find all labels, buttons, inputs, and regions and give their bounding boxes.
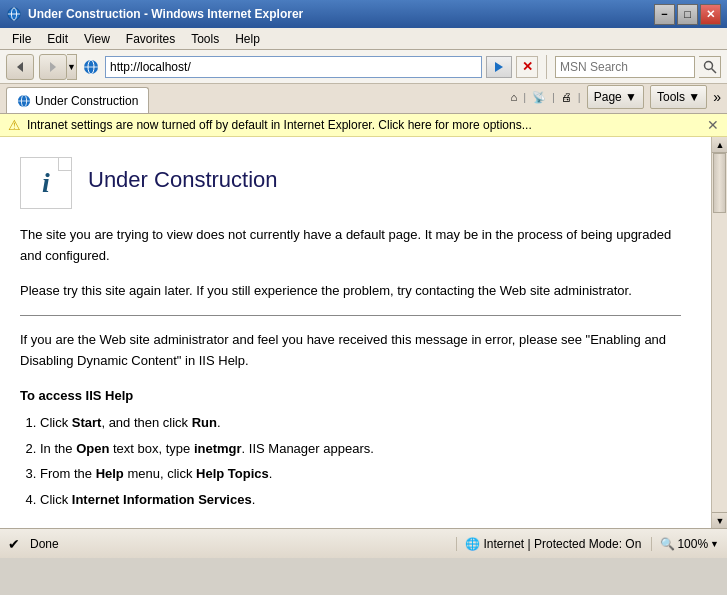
list-item: In the Open text box, type inetmgr. IIS … (40, 439, 681, 459)
zone-text: Internet | Protected Mode: On (484, 537, 642, 551)
window-controls[interactable]: − □ ✕ (654, 4, 721, 25)
search-button[interactable] (699, 56, 721, 78)
info-bar-close[interactable]: ✕ (707, 117, 719, 133)
menu-tools[interactable]: Tools (183, 30, 227, 48)
svg-point-9 (704, 61, 712, 69)
tools-menu-button[interactable]: Tools ▼ (650, 85, 707, 109)
scroll-track[interactable] (712, 153, 727, 512)
menu-view[interactable]: View (76, 30, 118, 48)
start-bold: Start (72, 415, 102, 430)
tab-under-construction[interactable]: Under Construction (6, 87, 149, 113)
paragraph-2: Please try this site again later. If you… (20, 281, 681, 302)
ie-address-icon (81, 54, 101, 80)
info-bar-icon: ⚠ (8, 117, 21, 133)
menu-file[interactable]: File (4, 30, 39, 48)
scroll-up-arrow[interactable]: ▲ (712, 137, 727, 153)
feeds-icon[interactable]: 📡 (532, 91, 546, 104)
svg-marker-4 (50, 62, 56, 72)
zoom-control[interactable]: 🔍 100% ▼ (651, 537, 719, 551)
maximize-button[interactable]: □ (677, 4, 698, 25)
go-button[interactable] (486, 56, 512, 78)
steps-list: Click Start, and then click Run. In the … (40, 413, 681, 509)
iis-help-title: To access IIS Help (20, 386, 681, 406)
inetmgr-bold: inetmgr (194, 441, 242, 456)
svg-marker-8 (495, 62, 503, 72)
list-item: From the Help menu, click Help Topics. (40, 464, 681, 484)
minimize-button[interactable]: − (654, 4, 675, 25)
status-zone: 🌐 Internet | Protected Mode: On (456, 537, 642, 551)
info-bar: ⚠ Intranet settings are now turned off b… (0, 114, 727, 137)
svg-marker-3 (17, 62, 23, 72)
run-bold: Run (192, 415, 217, 430)
back-button[interactable] (6, 54, 34, 80)
page-header: i Under Construction (20, 157, 681, 209)
print-icon: 🖨 (561, 91, 572, 103)
scrollbar[interactable]: ▲ ▼ (711, 137, 727, 528)
info-letter-icon: i (42, 162, 50, 204)
menu-favorites[interactable]: Favorites (118, 30, 183, 48)
address-input[interactable] (105, 56, 482, 78)
zone-icon: 🌐 (465, 537, 480, 551)
address-bar: ▼ ✕ (0, 50, 727, 84)
svg-line-10 (711, 68, 716, 73)
status-done-text: Done (30, 537, 446, 551)
window-title: Under Construction - Windows Internet Ex… (28, 7, 654, 21)
page-menu-button[interactable]: Page ▼ (587, 85, 644, 109)
zoom-dropdown-icon[interactable]: ▼ (710, 539, 719, 549)
forward-button[interactable] (39, 54, 67, 80)
menu-edit[interactable]: Edit (39, 30, 76, 48)
info-icon-box: i (20, 157, 72, 209)
tab-ie-icon (17, 94, 31, 108)
scroll-down-arrow[interactable]: ▼ (712, 512, 727, 528)
divider (20, 315, 681, 316)
status-bar: ✔ Done 🌐 Internet | Protected Mode: On 🔍… (0, 528, 727, 558)
info-bar-text[interactable]: Intranet settings are now turned off by … (27, 118, 532, 132)
dropdown-arrow[interactable]: ▼ (67, 54, 77, 80)
open-bold: Open (76, 441, 109, 456)
paragraph-1: The site you are trying to view does not… (20, 225, 681, 267)
more-icon[interactable]: » (713, 89, 721, 105)
list-item: Click Internet Information Services. (40, 490, 681, 510)
content-wrapper: i Under Construction The site you are tr… (0, 137, 727, 528)
stop-button[interactable]: ✕ (516, 56, 538, 78)
status-done-icon: ✔ (8, 536, 20, 552)
list-item: Click Start, and then click Run. (40, 413, 681, 433)
search-input[interactable] (555, 56, 695, 78)
page-title: Under Construction (88, 163, 278, 196)
title-bar: Under Construction - Windows Internet Ex… (0, 0, 727, 28)
help-bold: Help (96, 466, 124, 481)
help-topics-bold: Help Topics (196, 466, 269, 481)
ie-window-icon (6, 6, 22, 22)
iis-bold: Internet Information Services (72, 492, 252, 507)
tab-bar: Under Construction ⌂ | 📡 | 🖨 | Page ▼ To… (0, 84, 727, 114)
tab-tools-icon: ⌂ (510, 91, 517, 103)
paragraph-3: If you are the Web site administrator an… (20, 330, 681, 372)
menu-help[interactable]: Help (227, 30, 268, 48)
content-area: i Under Construction The site you are tr… (0, 137, 711, 528)
zoom-icon: 🔍 (660, 537, 675, 551)
scroll-thumb[interactable] (713, 153, 726, 213)
tab-label: Under Construction (35, 94, 138, 108)
zoom-level: 100% (677, 537, 708, 551)
close-button[interactable]: ✕ (700, 4, 721, 25)
menu-bar: File Edit View Favorites Tools Help (0, 28, 727, 50)
